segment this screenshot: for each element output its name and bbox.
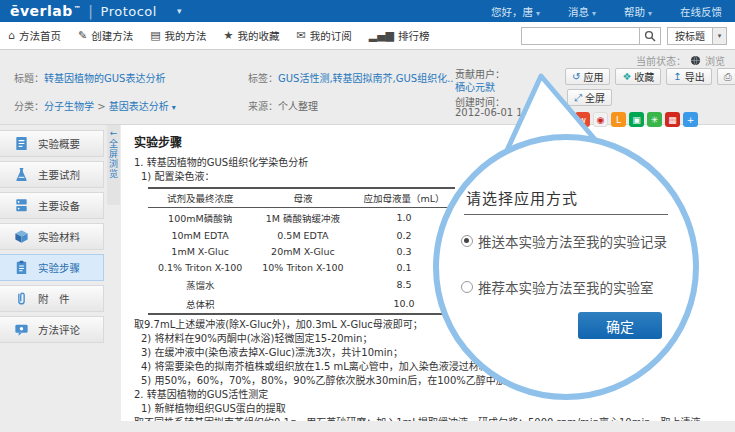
fullscreen-label: 全屏	[585, 90, 605, 105]
action-button[interactable]: ⎙打印	[717, 68, 735, 85]
action-buttons: ↺应用 ❖收藏 ↥导出 ⎙打印	[565, 68, 735, 85]
share-icon[interactable]: ◉	[593, 112, 608, 127]
table-cell: 0.5M EDTA	[252, 227, 353, 243]
nav-item[interactable]: ★我的收藏	[224, 28, 280, 43]
table-cell: 10.0	[354, 294, 455, 314]
share-icon[interactable]: +	[683, 112, 698, 127]
apply-icon: ↺	[572, 72, 580, 82]
equipment-icon	[13, 197, 30, 214]
sidebar-item-attachments[interactable]: 附 件	[0, 285, 104, 312]
search-button[interactable]	[639, 27, 661, 45]
nav-item[interactable]: ✎创建方法	[78, 28, 133, 43]
arrow-left-icon: ←	[110, 128, 118, 138]
radio-recommend-to-lab[interactable]: 推荐本实验方法至我的实验室	[461, 277, 654, 297]
help-menu[interactable]: 帮助▾	[624, 4, 652, 19]
share-icon[interactable]: ▣	[629, 112, 644, 127]
table-header: 母液	[252, 188, 353, 208]
tags-label: 标签：	[248, 73, 278, 84]
search-icon	[644, 30, 656, 42]
contributor-link[interactable]: 栖心元默	[455, 79, 495, 94]
share-icon[interactable]: f	[557, 112, 572, 127]
nav-item[interactable]: ✉我的订阅	[296, 28, 351, 43]
protocol-line: 2. 转基因植物的GUS活性测定	[134, 388, 735, 402]
section-1-title: 1. 转基因植物的GUS组织化学染色分析	[134, 156, 735, 170]
table-cell: 0.2	[354, 227, 455, 243]
nav-item-label: 我的方法	[165, 28, 207, 43]
comment-icon	[13, 321, 30, 338]
nav-item[interactable]: ▂▄▆排行榜	[369, 28, 430, 43]
table-cell: 1.0	[354, 208, 455, 228]
logo-divider: |	[88, 3, 93, 19]
sidebar-item-reagents[interactable]: 主要试剂	[0, 161, 104, 188]
action-button-label: 应用	[583, 69, 603, 84]
table-cell: 10% Triton X-100	[252, 259, 353, 275]
nav-item[interactable]: ▤我的方法	[150, 28, 206, 43]
popup-divider	[464, 214, 668, 215]
my-methods-icon: ▤	[150, 30, 160, 41]
table-cell: 20mM X-Gluc	[252, 243, 353, 259]
sidebar-item-label: 实验材料	[38, 229, 80, 244]
product-dropdown-icon[interactable]: ▾	[177, 6, 182, 16]
logo-text: ēverlab	[10, 3, 73, 19]
radio-push-to-records[interactable]: 推送本实验方法至我的实验记录	[461, 231, 667, 251]
action-button[interactable]: ↥导出	[666, 68, 711, 85]
fullscreen-browse-tab[interactable]: ← 全屏浏览	[107, 125, 120, 205]
feedback-link[interactable]: 在线反馈	[680, 4, 725, 19]
share-icons: f w ◉ L ▣ ✳ ▦ +	[557, 112, 701, 127]
radio-button-icon[interactable]	[461, 281, 473, 293]
search-input[interactable]	[521, 27, 639, 45]
table-cell: 100mM磷酸钠	[148, 208, 252, 228]
sidebar-item-steps[interactable]: 实验步骤	[0, 254, 104, 281]
favorite-icon: ❖	[622, 72, 631, 82]
box-icon	[13, 228, 30, 245]
step-1-title: 1) 配置染色液：	[134, 170, 735, 184]
page-title: 实验步骤	[134, 133, 735, 150]
sidebar-item-comments[interactable]: 方法评论	[0, 316, 104, 343]
sidebar-item-overview[interactable]: 实验概要	[0, 130, 104, 157]
created-value: 2012-06-01 16:28:21	[455, 107, 561, 118]
table-cell: 0.3	[354, 243, 455, 259]
messages-menu[interactable]: 消息▾	[568, 4, 596, 19]
radio-button-icon[interactable]	[461, 235, 473, 247]
table-cell: 1mM X-Gluc	[148, 243, 252, 259]
table-cell: 8.5	[354, 275, 455, 294]
share-icon[interactable]: L	[611, 112, 626, 127]
radio-label: 推荐本实验方法至我的实验室	[478, 277, 654, 297]
action-button-label: 收藏	[634, 69, 654, 84]
search-filter-select[interactable]: 按标题 ▾	[667, 27, 727, 45]
star-icon: ★	[224, 30, 234, 41]
category-link[interactable]: 基因表达分析	[109, 101, 169, 112]
sidebar-item-equipment[interactable]: 主要设备	[0, 192, 104, 219]
popup-title: 请选择应用方式	[466, 187, 578, 208]
document-icon	[13, 135, 30, 152]
category-link[interactable]: 分子生物学	[44, 101, 94, 112]
table-cell: 0.1% Triton X-100	[148, 259, 252, 275]
table-cell: 0.1	[354, 259, 455, 275]
nav-bar: ⌂方法首页 ✎创建方法 ▤我的方法 ★我的收藏 ✉我的订阅 ▂▄▆排行榜 按标题…	[0, 22, 735, 50]
share-icon[interactable]: w	[575, 112, 590, 127]
export-icon: ↥	[673, 72, 681, 82]
table-cell: 1M 磷酸钠缓冲液	[252, 208, 353, 228]
chevron-down-icon: ▾	[172, 103, 176, 112]
sidebar-item-materials[interactable]: 实验材料	[0, 223, 104, 250]
user-menu[interactable]: 您好，唐▾	[491, 4, 540, 19]
action-button[interactable]: ❖收藏	[615, 68, 661, 85]
search-filter-value: 按标题	[668, 28, 712, 43]
nav-item[interactable]: ⌂方法首页	[8, 28, 61, 43]
tags-value[interactable]: GUS活性测,转基因拟南芥,GUS组织化..	[278, 73, 454, 84]
share-icon[interactable]: ▦	[665, 112, 680, 127]
share-icon[interactable]: ✳	[647, 112, 662, 127]
method-title[interactable]: 转基因植物的GUS表达分析	[44, 73, 165, 84]
nav-item-label: 方法首页	[19, 28, 61, 43]
fullscreen-icon: ⤢	[574, 93, 582, 103]
home-icon: ⌂	[8, 30, 15, 41]
action-button[interactable]: ↺应用	[565, 68, 610, 85]
cart-icon: ✉	[296, 30, 305, 41]
fullscreen-button[interactable]: ⤢全屏	[567, 89, 612, 106]
table-row: 100mM磷酸钠 1M 磷酸钠缓冲液 1.0	[148, 208, 455, 228]
table-row: 蒸馏水 8.5	[148, 275, 455, 294]
protocol-line: 3) 在缓冲液中(染色液去掉X-Gluc)漂洗3次，共计10min；	[134, 346, 735, 360]
table-cell	[252, 275, 353, 294]
print-icon: ⎙	[724, 72, 732, 82]
confirm-button[interactable]: 确定	[578, 312, 662, 339]
